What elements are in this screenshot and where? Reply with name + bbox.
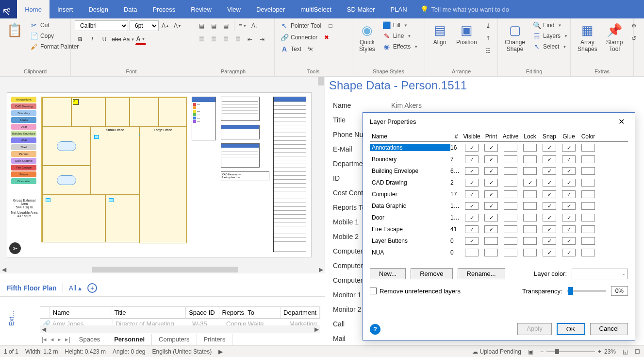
layer-row[interactable]: Layer Buttons0 [370, 235, 628, 247]
layer-row[interactable]: NUA0 [370, 247, 628, 258]
presentation-mode-button[interactable]: ▣ [528, 348, 533, 355]
sheet-nav-last[interactable]: ▸| [63, 335, 72, 344]
align-top-button[interactable]: ▤ [196, 20, 207, 31]
glue-checkbox[interactable] [562, 237, 576, 245]
indent-inc-button[interactable]: ⇥ [257, 34, 267, 45]
legend-item[interactable]: Fire Escape [11, 165, 36, 170]
snap-checkbox[interactable] [543, 214, 556, 221]
sheet-personnel[interactable]: Personnel [107, 334, 152, 345]
active-checkbox[interactable] [504, 225, 517, 233]
sheet-printers[interactable]: Printers [197, 334, 233, 345]
font-size-select[interactable]: 6pt [130, 20, 159, 31]
legend-item[interactable]: Wall [11, 137, 36, 143]
bring-front-button[interactable]: ⥙ [483, 20, 494, 31]
strikethrough-button[interactable]: abc [111, 34, 122, 45]
font-color-button[interactable]: A▼ [135, 34, 146, 45]
tab-review[interactable]: Review [183, 0, 219, 18]
stamp-tool-button[interactable]: 📌Stamp Tool [603, 20, 626, 54]
canvas-scroll-vertical[interactable] [317, 77, 325, 266]
layer-row[interactable]: Fire Escape41 [370, 223, 628, 235]
ok-button[interactable]: OK [557, 323, 585, 335]
visible-checkbox[interactable] [465, 179, 479, 187]
justify-button[interactable]: ☰ [232, 34, 243, 45]
layer-row[interactable]: Data Graphic1… [370, 200, 628, 212]
align-button[interactable]: ▤Align [429, 20, 450, 48]
find-button[interactable]: 🔍Find▼ [531, 20, 570, 30]
extra-btn-2[interactable]: ↺ [628, 33, 639, 44]
active-checkbox[interactable] [504, 214, 517, 221]
legend-item[interactable]: Space [11, 117, 36, 123]
cancel-button[interactable]: Cancel [590, 323, 628, 335]
status-language[interactable]: English (United States) [152, 348, 212, 355]
shape-data-field[interactable]: NameKim Akers [329, 98, 640, 113]
print-checkbox[interactable] [484, 202, 498, 210]
drawing-page[interactable]: AnnotationsCAD DrawingBoundarySpaceDoorB… [7, 92, 312, 257]
tab-multiselect[interactable]: multiSelect [293, 0, 339, 18]
text-direction-button[interactable]: A↓ [249, 20, 260, 31]
quick-styles-button[interactable]: ◉ Quick Styles [356, 20, 378, 54]
visible-checkbox[interactable] [465, 167, 479, 175]
sheet-computers[interactable]: Computers [152, 334, 197, 345]
layer-row[interactable]: Annotations16 [370, 142, 628, 153]
sheet-nav-first[interactable]: |◂ [40, 335, 49, 344]
glue-checkbox[interactable] [562, 190, 576, 198]
legend-item[interactable]: Shell [11, 144, 36, 150]
legend-item[interactable]: Person [11, 151, 36, 157]
layer-row[interactable]: CAD Drawing2 [370, 177, 628, 188]
sheet-spaces[interactable]: Spaces [72, 334, 107, 345]
color-checkbox[interactable] [581, 202, 595, 210]
add-page-button[interactable]: + [87, 283, 97, 293]
lock-checkbox[interactable] [523, 202, 537, 210]
tab-design[interactable]: Design [81, 0, 116, 18]
zoom-slider[interactable] [546, 351, 595, 352]
tab-view[interactable]: View [219, 0, 248, 18]
legend-item[interactable]: Printer [11, 171, 36, 177]
glue-checkbox[interactable] [562, 179, 576, 187]
print-checkbox[interactable] [484, 190, 498, 198]
visible-checkbox[interactable] [465, 214, 479, 221]
new-layer-button[interactable]: New... [370, 268, 406, 279]
connector-tool-button[interactable]: 🔗Connector [279, 32, 319, 43]
change-case-button[interactable]: Aa▼ [123, 34, 134, 45]
align-bottom-button[interactable]: ▤ [220, 20, 231, 31]
ext-tab[interactable]: Ext… [5, 304, 17, 333]
color-checkbox[interactable] [581, 225, 595, 233]
grow-font-button[interactable]: A▲ [160, 20, 171, 31]
snap-checkbox[interactable] [543, 237, 556, 245]
color-checkbox[interactable] [581, 155, 595, 163]
shrink-font-button[interactable]: A▼ [172, 20, 183, 31]
text-tool-button[interactable]: AText [279, 44, 303, 54]
select-button[interactable]: ↖Select▼ [531, 42, 570, 51]
bullets-button[interactable]: ≡▼ [237, 20, 248, 31]
page-tab-active[interactable]: Fifth Floor Plan [7, 284, 57, 292]
zoom-out-button[interactable]: − [540, 348, 544, 355]
sheet-nav-next[interactable]: ▸ [56, 335, 63, 344]
fullscreen-button[interactable]: ☐ [635, 348, 640, 355]
apply-button[interactable]: Apply [517, 323, 552, 335]
zoom-value[interactable]: 23% [604, 348, 616, 355]
lock-checkbox[interactable] [523, 214, 537, 221]
print-checkbox[interactable] [484, 179, 498, 187]
color-checkbox[interactable] [581, 179, 595, 187]
snap-checkbox[interactable] [543, 225, 556, 233]
change-shape-button[interactable]: ▢Change Shape [502, 20, 528, 54]
lock-checkbox[interactable] [523, 249, 537, 256]
print-checkbox[interactable] [484, 144, 498, 152]
layer-row[interactable]: Building Envelope6… [370, 165, 628, 177]
snap-checkbox[interactable] [543, 179, 556, 187]
fill-button[interactable]: 🟦Fill▼ [381, 20, 420, 30]
macro-icon[interactable]: ▶ [218, 348, 223, 355]
print-checkbox[interactable] [484, 214, 498, 221]
snap-checkbox[interactable] [543, 167, 556, 175]
color-checkbox[interactable] [581, 144, 595, 152]
print-checkbox[interactable] [484, 225, 498, 233]
lock-checkbox[interactable] [523, 190, 537, 198]
layer-row[interactable]: Boundary7 [370, 153, 628, 165]
upload-status[interactable]: ☁ Upload Pending [472, 348, 521, 355]
remove-layer-button[interactable]: Remove [411, 268, 452, 279]
legend-item[interactable]: Data Graphic [11, 158, 36, 164]
legend-item[interactable]: CAD Drawing [11, 103, 36, 109]
tab-process[interactable]: Process [145, 0, 183, 18]
tab-insert[interactable]: Insert [50, 0, 81, 18]
fit-page-button[interactable]: ◱ [623, 348, 628, 355]
